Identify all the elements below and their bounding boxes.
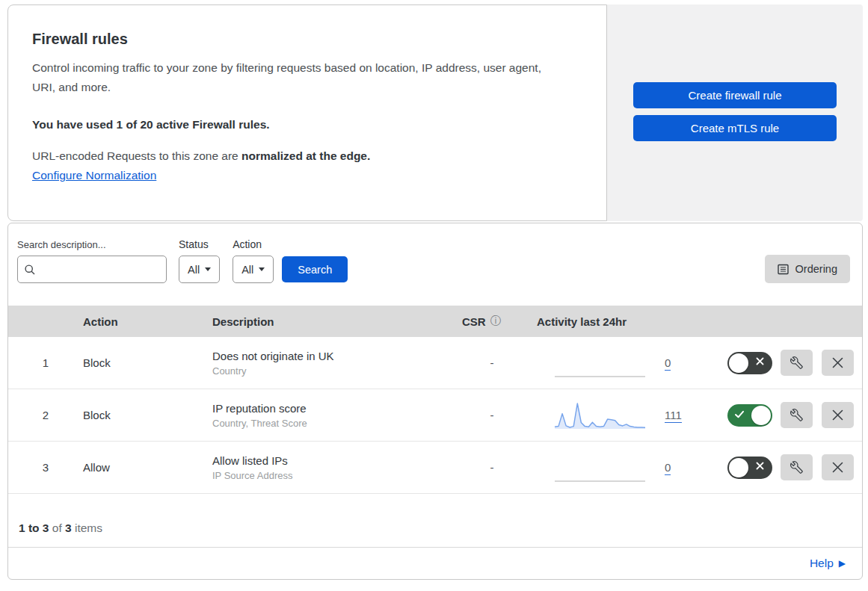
caret-down-icon xyxy=(259,267,265,271)
ordering-button[interactable]: Ordering xyxy=(765,255,850,283)
rule-csr-value: - xyxy=(455,409,529,421)
search-label: Search description... xyxy=(17,239,167,250)
rule-description: IP reputation score xyxy=(212,402,455,415)
rule-description-cell: Allow listed IPs IP Source Address xyxy=(212,454,455,481)
rule-description: Does not originate in UK xyxy=(212,350,455,362)
rule-priority: 3 xyxy=(8,461,83,474)
table-row: 2 Block IP reputation score Country, Thr… xyxy=(8,389,862,442)
items-range: 1 to 3 xyxy=(19,522,49,535)
rule-action: Allow xyxy=(83,461,212,474)
edit-rule-button[interactable] xyxy=(781,402,813,428)
page-description: Control incoming traffic to your zone by… xyxy=(32,58,559,97)
create-firewall-rule-button[interactable]: Create firewall rule xyxy=(633,82,837,108)
filter-bar: Search description... Status All Action … xyxy=(8,223,862,306)
cross-icon xyxy=(756,357,764,365)
rule-edit-cell xyxy=(772,454,813,480)
rule-action: Block xyxy=(83,356,212,369)
close-icon xyxy=(832,462,843,473)
search-input[interactable] xyxy=(40,264,160,276)
enable-toggle[interactable] xyxy=(727,352,772,374)
activity-count: 0 xyxy=(665,461,689,474)
ordering-label: Ordering xyxy=(795,263,837,275)
help-arrow-icon: ▶ xyxy=(839,559,846,568)
rule-description-cell: IP reputation score Country, Threat Scor… xyxy=(212,402,455,429)
items-suffix: items xyxy=(72,522,102,535)
table-row: 3 Allow Allow listed IPs IP Source Addre… xyxy=(8,442,862,494)
caret-down-icon xyxy=(205,267,211,271)
column-activity: Activity last 24hr xyxy=(529,315,690,328)
activity-count-link[interactable]: 0 xyxy=(665,356,671,371)
wrench-icon xyxy=(790,409,803,421)
top-region: Firewall rules Control incoming traffic … xyxy=(7,4,863,221)
search-input-wrapper xyxy=(17,256,167,283)
status-label: Status xyxy=(179,238,220,250)
page-title: Firewall rules xyxy=(32,31,561,48)
create-mtls-rule-button[interactable]: Create mTLS rule xyxy=(633,115,837,141)
rule-priority: 1 xyxy=(8,356,83,369)
table-body: 1 Block Does not originate in UK Country… xyxy=(8,337,862,494)
toggle-knob xyxy=(729,353,748,373)
rule-fields: Country, Threat Score xyxy=(212,418,455,429)
rule-toggle-cell xyxy=(690,352,772,374)
action-label: Action xyxy=(233,238,274,250)
status-dropdown[interactable]: All xyxy=(179,256,220,283)
rule-priority: 2 xyxy=(8,409,83,421)
activity-count: 111 xyxy=(665,409,689,421)
activity-count: 0 xyxy=(665,356,689,369)
table-row: 1 Block Does not originate in UK Country… xyxy=(8,337,862,389)
activity-count-link[interactable]: 0 xyxy=(665,461,671,475)
activity-sparkline xyxy=(553,398,647,433)
toggle-knob xyxy=(729,458,748,477)
delete-rule-button[interactable] xyxy=(822,454,854,480)
items-total: 3 xyxy=(65,522,72,535)
search-button[interactable]: Search xyxy=(282,256,348,282)
rule-fields: IP Source Address xyxy=(212,470,455,481)
delete-rule-button[interactable] xyxy=(822,402,854,428)
configure-normalization-link[interactable]: Configure Normalization xyxy=(32,169,156,182)
rule-toggle-cell xyxy=(690,457,772,479)
items-of: of xyxy=(49,522,65,535)
info-icon[interactable]: ⓘ xyxy=(490,315,501,328)
enable-toggle[interactable] xyxy=(727,457,772,479)
usage-statement: You have used 1 of 20 active Firewall ru… xyxy=(32,118,561,131)
search-field: Search description... xyxy=(17,239,167,283)
close-icon xyxy=(832,357,843,368)
rule-toggle-cell xyxy=(690,404,772,427)
normalization-prefix: URL-encoded Requests to this zone are xyxy=(32,149,241,162)
intro-card: Firewall rules Control incoming traffic … xyxy=(7,4,607,221)
activity-sparkline xyxy=(553,451,647,485)
toggle-knob xyxy=(751,406,771,425)
action-value: All xyxy=(241,264,253,276)
rule-delete-cell xyxy=(813,350,862,376)
enable-toggle[interactable] xyxy=(727,404,772,427)
edit-rule-button[interactable] xyxy=(781,454,813,480)
actions-panel: Create firewall rule Create mTLS rule xyxy=(607,4,863,221)
activity-count-link[interactable]: 111 xyxy=(665,409,682,423)
rule-csr-value: - xyxy=(455,356,529,369)
edit-rule-button[interactable] xyxy=(781,350,813,376)
rule-action: Block xyxy=(83,409,212,421)
rule-activity-cell: 0 xyxy=(529,451,690,485)
action-dropdown[interactable]: All xyxy=(233,256,274,283)
column-description: Description xyxy=(212,315,455,328)
status-field: Status All xyxy=(179,238,220,283)
rule-delete-cell xyxy=(813,454,862,480)
check-icon xyxy=(734,409,745,419)
delete-rule-button[interactable] xyxy=(822,350,854,376)
normalization-statement: URL-encoded Requests to this zone are no… xyxy=(32,149,561,163)
action-field: Action All xyxy=(233,238,274,283)
help-label: Help xyxy=(810,557,834,570)
wrench-icon xyxy=(790,461,803,474)
wrench-icon xyxy=(790,356,803,369)
column-action: Action xyxy=(83,315,212,328)
firewall-rules-page: Firewall rules Control incoming traffic … xyxy=(0,0,868,580)
column-csr: CSR xyxy=(462,315,486,328)
table-header: Action Description CSRⓘ Activity last 24… xyxy=(8,306,862,337)
items-count: 1 to 3 of 3 items xyxy=(8,494,862,548)
rule-description: Allow listed IPs xyxy=(212,454,455,467)
rule-activity-cell: 111 xyxy=(529,398,690,433)
search-icon xyxy=(24,264,36,276)
help-link[interactable]: Help▶ xyxy=(810,557,846,570)
rule-delete-cell xyxy=(813,402,862,428)
rule-csr-value: - xyxy=(455,461,529,474)
